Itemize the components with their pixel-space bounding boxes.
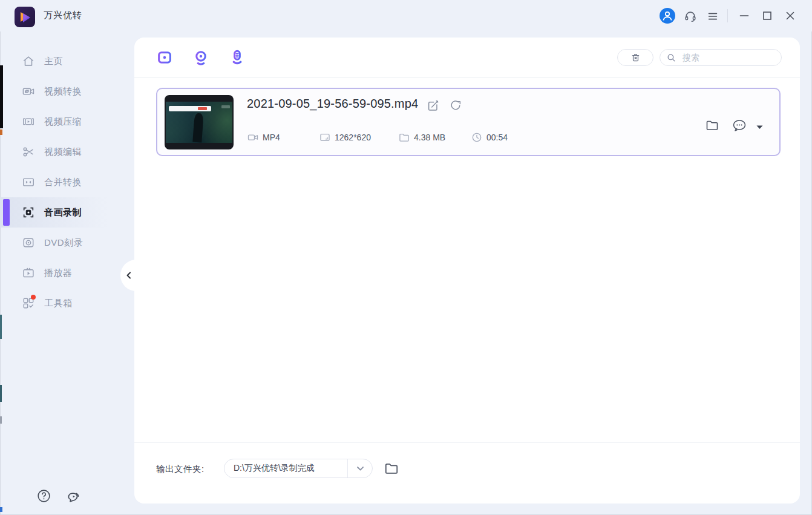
sidebar-item-label: 主页 xyxy=(44,56,63,67)
open-file-location-icon[interactable] xyxy=(705,118,719,133)
search-box[interactable] xyxy=(660,49,782,66)
duration-value: 00:54 xyxy=(486,133,508,142)
screen-edge-artifact xyxy=(0,416,2,424)
minimize-button[interactable] xyxy=(737,8,751,23)
audio-recorder-icon[interactable] xyxy=(229,49,246,66)
rename-icon[interactable] xyxy=(427,99,440,112)
clear-list-button[interactable] xyxy=(617,49,653,66)
meta-duration: 00:54 xyxy=(471,131,508,143)
toolbox-badge xyxy=(31,295,36,300)
more-options-icon[interactable] xyxy=(731,118,745,133)
format-value: MP4 xyxy=(263,133,280,142)
maximize-button[interactable] xyxy=(760,8,774,23)
sidebar-item-video-compress[interactable]: 视频压缩 xyxy=(0,107,134,137)
record-mode-toolbar xyxy=(134,38,800,78)
sidebar-item-video-edit[interactable]: 视频编辑 xyxy=(0,137,134,167)
feedback-icon[interactable] xyxy=(65,488,81,504)
dvd-icon xyxy=(22,236,35,249)
titlebar: 万兴优转 xyxy=(0,0,812,31)
output-folder-label: 输出文件夹: xyxy=(156,464,205,475)
sidebar-item-record[interactable]: 音画录制 xyxy=(0,197,134,228)
sidebar-item-label: 视频编辑 xyxy=(44,146,82,158)
app-logo-icon xyxy=(15,7,35,27)
sidebar-item-video-convert[interactable]: 视频转换 xyxy=(0,76,134,107)
format-camera-icon xyxy=(247,131,259,143)
sidebar-item-label: 音画录制 xyxy=(44,207,82,218)
screen-edge-artifact xyxy=(0,130,2,135)
sidebar-item-label: 工具箱 xyxy=(44,298,73,309)
active-indicator xyxy=(3,199,10,226)
recording-list-item[interactable]: 2021-09-05_19-56-59-095.mp4 MP4 xyxy=(156,88,781,156)
screen-recorder-icon[interactable] xyxy=(156,49,173,66)
scissors-icon xyxy=(22,145,35,159)
meta-format: MP4 xyxy=(247,131,280,143)
sidebar-item-label: 视频转换 xyxy=(44,86,82,97)
video-convert-icon xyxy=(22,85,35,98)
screen-edge-artifact xyxy=(0,65,3,128)
screen-edge-artifact xyxy=(0,385,2,402)
app-title: 万兴优转 xyxy=(44,10,82,21)
output-folder-select[interactable]: D:\万兴优转\录制完成 xyxy=(224,459,373,478)
file-name: 2021-09-05_19-56-59-095.mp4 xyxy=(247,97,418,111)
thumbnail-frame xyxy=(166,102,232,143)
meta-resolution: 1262*620 xyxy=(319,131,371,143)
user-avatar[interactable] xyxy=(660,8,675,24)
sidebar-item-label: 视频压缩 xyxy=(44,116,82,128)
resolution-screen-icon xyxy=(319,131,331,143)
sidebar-item-player[interactable]: 播放器 xyxy=(0,258,134,288)
toolbox-icon xyxy=(22,297,35,310)
resolution-value: 1262*620 xyxy=(335,133,371,142)
chevron-down-icon[interactable] xyxy=(348,467,372,471)
search-icon xyxy=(666,53,676,63)
duration-clock-icon xyxy=(471,131,483,143)
screen-edge-artifact xyxy=(0,507,2,512)
reconvert-icon[interactable] xyxy=(449,99,462,112)
home-icon xyxy=(22,54,35,68)
video-compress-icon xyxy=(22,115,35,128)
sidebar-item-merge-convert[interactable]: 合并转换 xyxy=(0,167,134,197)
sidebar-item-label: 播放器 xyxy=(44,267,73,279)
sidebar-item-label: DVD刻录 xyxy=(44,237,83,249)
size-value: 4.38 MB xyxy=(414,133,445,142)
player-icon xyxy=(22,266,35,280)
open-output-folder-icon[interactable] xyxy=(384,461,399,476)
size-folder-icon xyxy=(398,131,410,143)
more-options-chevron-icon[interactable] xyxy=(756,125,763,130)
support-headset-icon[interactable] xyxy=(683,9,698,24)
close-button[interactable] xyxy=(783,8,797,23)
sidebar-item-dvd-burn[interactable]: DVD刻录 xyxy=(0,228,134,258)
sidebar: 主页 视频转换 视频压缩 xyxy=(0,31,134,515)
sidebar-item-toolbox[interactable]: 工具箱 xyxy=(0,288,134,318)
help-icon[interactable] xyxy=(36,488,52,504)
menu-hamburger-icon[interactable] xyxy=(706,9,720,24)
sidebar-item-home[interactable]: 主页 xyxy=(0,46,134,76)
trash-icon xyxy=(630,52,641,64)
meta-size: 4.38 MB xyxy=(398,131,445,143)
main-panel: 2021-09-05_19-56-59-095.mp4 MP4 xyxy=(134,38,800,504)
video-thumbnail[interactable] xyxy=(165,95,234,149)
search-input[interactable] xyxy=(681,52,775,63)
webcam-recorder-icon[interactable] xyxy=(192,49,209,66)
titlebar-divider xyxy=(727,9,728,22)
output-folder-path: D:\万兴优转\录制完成 xyxy=(224,463,347,474)
merge-icon xyxy=(22,175,35,189)
screen-record-icon xyxy=(22,206,35,219)
footer-divider xyxy=(134,442,800,443)
screen-edge-artifact xyxy=(0,315,2,339)
sidebar-item-label: 合并转换 xyxy=(44,177,82,188)
